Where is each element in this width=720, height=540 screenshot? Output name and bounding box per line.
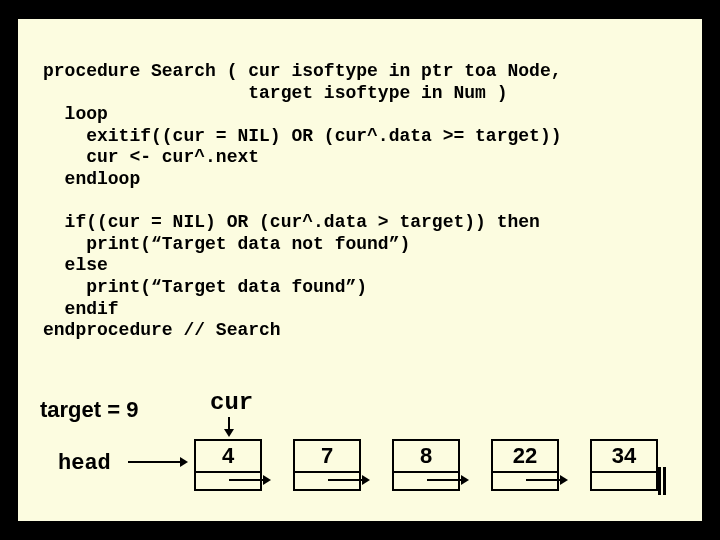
cur-label: cur xyxy=(210,389,253,416)
node-pointer-box xyxy=(194,471,262,491)
node-value: 4 xyxy=(194,439,262,473)
node-pointer-box xyxy=(392,471,460,491)
slide-frame: procedure Search ( cur isoftype in ptr t… xyxy=(15,16,705,524)
next-arrow xyxy=(229,479,269,481)
node-value: 22 xyxy=(491,439,559,473)
list-node: 4 xyxy=(194,439,262,491)
node-value: 7 xyxy=(293,439,361,473)
node-pointer-box xyxy=(590,471,658,491)
next-arrow xyxy=(526,479,566,481)
list-node: 7 xyxy=(293,439,361,491)
nil-terminator-icon xyxy=(658,467,664,495)
next-arrow xyxy=(427,479,467,481)
list-node: 34 xyxy=(590,439,658,491)
node-value: 8 xyxy=(392,439,460,473)
node-value: 34 xyxy=(590,439,658,473)
list-node: 22 xyxy=(491,439,559,491)
code-block: procedure Search ( cur isoftype in ptr t… xyxy=(43,61,561,342)
list-node: 8 xyxy=(392,439,460,491)
linked-list-diagram: 4 7 8 22 34 xyxy=(18,419,708,529)
node-pointer-box xyxy=(293,471,361,491)
next-arrow xyxy=(328,479,368,481)
node-pointer-box xyxy=(491,471,559,491)
